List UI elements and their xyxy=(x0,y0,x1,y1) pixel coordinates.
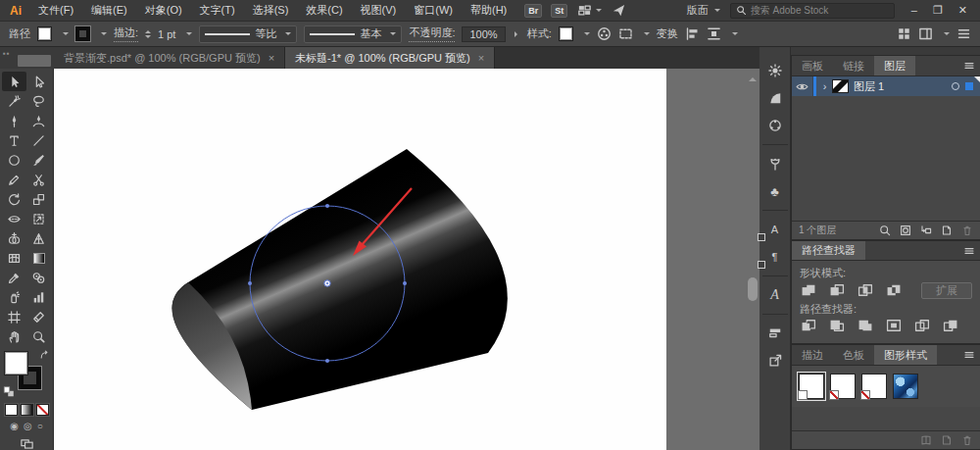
scale-tool[interactable] xyxy=(26,189,51,209)
tab-swatches[interactable]: 色板 xyxy=(833,345,874,365)
stroke-weight-value[interactable]: 1 pt xyxy=(158,28,175,40)
selection-indicator[interactable] xyxy=(965,82,973,90)
trim-icon[interactable] xyxy=(828,319,848,333)
style-blue-texture[interactable] xyxy=(893,374,918,399)
layer-thumbnail[interactable] xyxy=(832,79,849,93)
chevron-down-icon[interactable] xyxy=(584,32,590,38)
menu-item-view[interactable]: 视图(V) xyxy=(352,3,406,18)
menu-item-type[interactable]: 文字(T) xyxy=(191,3,244,18)
style-default[interactable] xyxy=(799,374,824,399)
restore-button[interactable]: ❐ xyxy=(926,4,950,17)
line-segment-tool[interactable] xyxy=(26,130,51,150)
new-style-icon[interactable] xyxy=(941,434,953,446)
width-tool[interactable] xyxy=(2,209,26,228)
glyphs-panel-icon[interactable]: A xyxy=(764,284,786,306)
type-tool[interactable] xyxy=(2,130,26,150)
curvature-tool[interactable] xyxy=(26,111,51,130)
style-no-stroke[interactable] xyxy=(861,374,887,399)
menu-item-edit[interactable]: 编辑(E) xyxy=(82,3,136,18)
tab-links[interactable]: 链接 xyxy=(833,56,874,75)
document-tab-1[interactable]: 背景渐变.psd* @ 100% (RGB/GPU 预览) × xyxy=(54,47,285,69)
symbols-panel-icon[interactable]: ♣ xyxy=(764,180,786,202)
stock-button[interactable]: St xyxy=(551,4,567,18)
chevron-down-icon[interactable] xyxy=(63,32,69,38)
tab-layers[interactable]: 图层 xyxy=(874,56,915,75)
select-similar-icon[interactable] xyxy=(618,26,633,41)
stroke-weight-stepper[interactable] xyxy=(145,27,151,41)
minus-front-icon[interactable] xyxy=(828,283,848,298)
panel-menu-icon[interactable] xyxy=(958,241,980,260)
align-objects-icon[interactable] xyxy=(685,26,700,41)
crop-icon[interactable] xyxy=(885,319,905,333)
bridge-button[interactable]: Br xyxy=(524,4,542,18)
style-no-fill[interactable] xyxy=(830,374,856,399)
layers-list-area[interactable] xyxy=(792,96,980,221)
asset-export-panel-icon[interactable] xyxy=(764,350,786,372)
artboards-panel-icon[interactable] xyxy=(764,323,786,344)
workspace-switcher[interactable]: 版面 xyxy=(687,3,709,18)
new-layer-icon[interactable] xyxy=(941,225,953,236)
rotate-tool[interactable] xyxy=(2,189,26,209)
chevron-down-icon[interactable] xyxy=(644,32,650,38)
dock-options-icon[interactable] xyxy=(918,26,933,41)
direct-selection-tool[interactable] xyxy=(26,72,51,91)
width-profile-dropdown[interactable]: 等比 xyxy=(199,25,297,43)
chevron-down-icon[interactable] xyxy=(186,32,192,38)
lasso-tool[interactable] xyxy=(26,91,51,111)
menu-item-select[interactable]: 选择(S) xyxy=(244,3,298,18)
list-options-icon[interactable] xyxy=(956,26,971,41)
styles-empty-area[interactable] xyxy=(792,407,980,430)
character-styles-panel-icon[interactable]: A xyxy=(764,219,786,240)
opacity-value[interactable]: 100% xyxy=(462,26,505,42)
fill-color-swatch[interactable] xyxy=(37,26,52,41)
vertical-scrollbar-handle[interactable] xyxy=(748,277,758,301)
visibility-eye-icon[interactable] xyxy=(792,76,813,96)
style-swatch[interactable] xyxy=(559,26,573,41)
exclude-icon[interactable] xyxy=(885,283,905,298)
gradient-button[interactable] xyxy=(21,404,33,416)
divide-icon[interactable] xyxy=(800,319,819,333)
stroke-color-swatch[interactable] xyxy=(75,26,90,41)
perspective-grid-tool[interactable] xyxy=(26,228,51,248)
draw-normal-icon[interactable]: ◉ xyxy=(10,422,19,431)
pen-tool[interactable] xyxy=(2,111,26,130)
blend-tool[interactable] xyxy=(26,268,51,287)
recolor-artwork-icon[interactable] xyxy=(597,26,612,41)
menu-item-object[interactable]: 对象(O) xyxy=(136,3,191,18)
magic-wand-tool[interactable] xyxy=(2,91,26,111)
merge-icon[interactable] xyxy=(857,319,876,333)
brushes-panel-icon[interactable] xyxy=(764,153,786,175)
new-sublayer-icon[interactable] xyxy=(920,225,932,236)
default-fill-stroke-icon[interactable] xyxy=(3,386,15,397)
draw-inside-icon[interactable]: ○ xyxy=(37,422,43,431)
column-graph-tool[interactable] xyxy=(26,287,51,307)
tools-dock-header[interactable]: ▪▪ xyxy=(0,47,54,69)
transform-link[interactable]: 变换 xyxy=(657,26,678,41)
zoom-tool[interactable] xyxy=(26,326,51,346)
target-circle-icon[interactable] xyxy=(952,82,959,90)
symbol-sprayer-tool[interactable] xyxy=(2,287,26,307)
menu-item-file[interactable]: 文件(F) xyxy=(29,3,82,18)
make-clipping-mask-icon[interactable] xyxy=(900,225,911,236)
style-libraries-icon[interactable] xyxy=(920,434,932,446)
app-logo[interactable]: Ai xyxy=(10,4,22,18)
none-button[interactable] xyxy=(36,404,49,416)
panel-menu-icon[interactable] xyxy=(958,56,980,75)
close-tab-icon[interactable]: × xyxy=(478,52,484,64)
draw-behind-icon[interactable]: ◎ xyxy=(24,422,32,431)
artboard-canvas[interactable] xyxy=(54,69,666,450)
appearance-panel-icon[interactable] xyxy=(764,60,786,81)
menu-item-window[interactable]: 窗口(W) xyxy=(405,3,462,18)
paintbrush-tool[interactable] xyxy=(26,150,51,170)
chevron-down-icon[interactable] xyxy=(101,32,107,38)
close-button[interactable]: ✕ xyxy=(952,4,974,17)
tab-pathfinder[interactable]: 路径查找器 xyxy=(792,241,865,260)
tab-artboards[interactable]: 画板 xyxy=(792,56,833,75)
scroll-up-icon[interactable] xyxy=(749,74,757,81)
selection-tool[interactable] xyxy=(2,72,26,91)
pencil-tool[interactable] xyxy=(2,170,26,189)
gradient-panel-icon[interactable] xyxy=(764,87,786,109)
intersect-icon[interactable] xyxy=(857,283,876,298)
chevron-down-icon[interactable] xyxy=(944,32,950,38)
close-tab-icon[interactable]: × xyxy=(269,52,274,64)
